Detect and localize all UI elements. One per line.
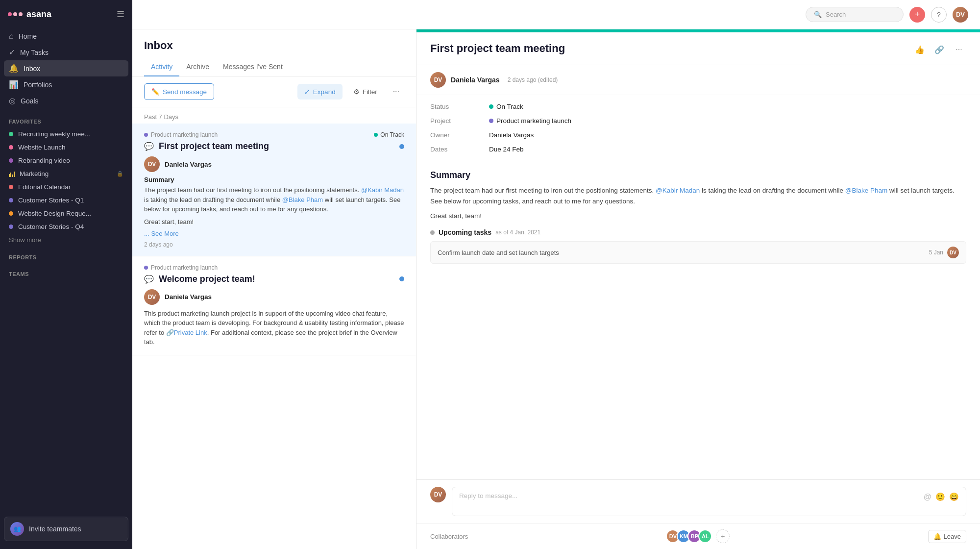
card-time-1: 2 days ago bbox=[144, 241, 404, 248]
at-mention-button[interactable]: @ bbox=[924, 493, 931, 501]
fav-label: Rebranding video bbox=[18, 157, 70, 164]
dates-label: Dates bbox=[430, 146, 489, 153]
card-title-row-2: 💬 Welcome project team! bbox=[144, 274, 404, 284]
help-button[interactable]: ? bbox=[931, 7, 947, 23]
card-project-name-2: Product marketing launch bbox=[151, 264, 218, 271]
lock-icon: 🔒 bbox=[117, 171, 123, 177]
expand-button[interactable]: ⤢ Expand bbox=[297, 84, 343, 100]
detail-summary-text: The project team had our first meeting t… bbox=[430, 185, 966, 206]
private-link[interactable]: Private Link bbox=[174, 329, 207, 336]
sidebar-favorite-item[interactable]: Website Design Reque... bbox=[0, 207, 132, 220]
unread-dot-1 bbox=[399, 144, 404, 149]
card-author-row-2: DV Daniela Vargas bbox=[144, 289, 404, 305]
detail-summary-title: Summary bbox=[430, 170, 966, 180]
emoji-button[interactable]: 🙂 bbox=[935, 492, 945, 501]
like-button[interactable]: 👍 bbox=[912, 42, 927, 57]
inbox-card-2[interactable]: Product marketing launch 💬 Welcome proje… bbox=[132, 256, 416, 355]
search-box[interactable]: 🔍 Search bbox=[806, 7, 904, 22]
dot-red bbox=[8, 12, 12, 16]
inbox-header: Inbox Activity Archive Messages I've Sen… bbox=[132, 29, 416, 76]
leave-label: Leave bbox=[944, 533, 961, 540]
task-date: 5 Jan bbox=[929, 249, 943, 256]
dot-pink-bottom bbox=[19, 12, 23, 16]
user-avatar[interactable]: DV bbox=[953, 7, 968, 23]
link-button[interactable]: 🔗 bbox=[932, 42, 947, 57]
main-content: 🔍 Search + ? DV Inbox Activity Archive bbox=[132, 0, 980, 549]
sidebar-item-home[interactable]: ⌂ Home bbox=[4, 28, 128, 44]
card-summary-title-1: Summary bbox=[144, 176, 404, 183]
sidebar-favorite-item[interactable]: Marketing 🔒 bbox=[0, 167, 132, 180]
fav-color-dot bbox=[9, 225, 13, 229]
inbox-right-panel: First project team meeting 👍 🔗 ··· DV Da… bbox=[416, 29, 980, 549]
sidebar-favorite-item[interactable]: Rebranding video bbox=[0, 154, 132, 167]
show-more-button[interactable]: Show more bbox=[0, 233, 132, 247]
card-author-row-1: DV Daniela Vargas bbox=[144, 156, 404, 172]
detail-actions: 👍 🔗 ··· bbox=[912, 42, 966, 57]
sidebar-item-mytasks[interactable]: ✓ My Tasks bbox=[4, 44, 128, 60]
sidebar-item-portfolios[interactable]: 📊 Portfolios bbox=[4, 76, 128, 93]
create-button[interactable]: + bbox=[909, 7, 925, 23]
menu-toggle[interactable]: ☰ bbox=[117, 9, 124, 20]
card-project-name-1: Product marketing launch bbox=[151, 131, 218, 138]
sidebar-favorite-item[interactable]: Customer Stories - Q1 bbox=[0, 194, 132, 207]
status-text: On Track bbox=[496, 103, 523, 110]
reply-emoji-row: @ 🙂 😄 bbox=[924, 492, 959, 501]
upcoming-dot bbox=[430, 230, 435, 235]
mention-blake-detail: @Blake Pham bbox=[845, 187, 888, 194]
tab-messages-sent[interactable]: Messages I've Sent bbox=[216, 58, 290, 76]
card-summary-text-1: The project team had our first meeting t… bbox=[144, 185, 404, 214]
owner-text: Daniela Vargas bbox=[489, 131, 534, 139]
nav-goals-label: Goals bbox=[21, 97, 39, 105]
send-message-button[interactable]: ✏️ Send message bbox=[144, 83, 214, 100]
sidebar-item-goals[interactable]: ◎ Goals bbox=[4, 93, 128, 109]
mention-blake-1: @Blake Pham bbox=[282, 196, 323, 203]
inbox-card-1[interactable]: Product marketing launch On Track 💬 Firs… bbox=[132, 124, 416, 256]
inbox-list: Past 7 Days Product marketing launch On … bbox=[132, 107, 416, 549]
logo-area: asana ☰ bbox=[0, 0, 132, 26]
reply-placeholder: Reply to message... bbox=[459, 492, 517, 499]
invite-label: Invite teammates bbox=[29, 525, 81, 533]
search-placeholder: Search bbox=[826, 11, 846, 18]
portfolios-icon: 📊 bbox=[9, 80, 19, 89]
add-collaborator-button[interactable]: + bbox=[716, 529, 730, 543]
fav-label: Recruiting weekly mee... bbox=[18, 130, 90, 138]
inbox-area: Inbox Activity Archive Messages I've Sen… bbox=[132, 29, 980, 549]
status-dot-1 bbox=[374, 133, 378, 137]
more-options-button[interactable]: ··· bbox=[388, 83, 404, 100]
sidebar-favorite-item[interactable]: Editorial Calendar bbox=[0, 180, 132, 194]
detail-more-button[interactable]: ··· bbox=[952, 42, 966, 57]
task-preview-item: Confirm launch date and set launch targe… bbox=[430, 241, 966, 264]
sidebar-item-inbox[interactable]: 🔔 Inbox bbox=[4, 60, 128, 76]
see-more-link-1[interactable]: ... See More bbox=[144, 230, 179, 237]
summary-text-2: is taking the lead on drafting the docum… bbox=[702, 187, 845, 194]
fav-color-dot bbox=[9, 198, 13, 202]
card-author-2: Daniela Vargas bbox=[165, 293, 212, 300]
upcoming-date: as of 4 Jan, 2021 bbox=[495, 229, 540, 236]
task-text: Confirm launch date and set launch targe… bbox=[438, 249, 559, 256]
card-status-1: On Track bbox=[374, 131, 404, 138]
card-summary-text-2: This product marketing launch project is… bbox=[144, 309, 404, 347]
filter-button[interactable]: ⚙ Filter bbox=[347, 84, 383, 100]
tab-activity[interactable]: Activity bbox=[144, 58, 179, 76]
project-text: Product marketing launch bbox=[496, 117, 571, 125]
project-dot-1 bbox=[144, 133, 148, 137]
tab-archive[interactable]: Archive bbox=[179, 58, 216, 76]
collaborators-group: DV KM BP AL + bbox=[666, 529, 730, 543]
invite-teammates-button[interactable]: 👥 Invite teammates bbox=[4, 517, 128, 541]
expand-label: Expand bbox=[313, 88, 336, 96]
leave-button[interactable]: 🔔 Leave bbox=[928, 530, 966, 543]
filter-icon: ⚙ bbox=[353, 88, 360, 96]
card-author-1: Daniela Vargas bbox=[165, 161, 212, 168]
sidebar-favorite-item[interactable]: Website Launch bbox=[0, 141, 132, 154]
home-icon: ⌂ bbox=[9, 32, 14, 41]
period-label: Past 7 Days bbox=[132, 107, 416, 124]
card-title-row-1: 💬 First project team meeting bbox=[144, 141, 404, 151]
collab-avatar-4: AL bbox=[698, 529, 712, 543]
sidebar-favorite-item[interactable]: Customer Stories - Q4 bbox=[0, 220, 132, 233]
send-message-label: Send message bbox=[163, 88, 207, 96]
emoji-reaction-button[interactable]: 😄 bbox=[949, 492, 959, 501]
reply-input-box[interactable]: Reply to message... @ 🙂 😄 bbox=[452, 487, 966, 516]
sidebar-favorite-item[interactable]: Recruiting weekly mee... bbox=[0, 127, 132, 141]
project-label: Project bbox=[430, 117, 489, 125]
reply-area: DV Reply to message... @ 🙂 😄 bbox=[416, 479, 980, 523]
